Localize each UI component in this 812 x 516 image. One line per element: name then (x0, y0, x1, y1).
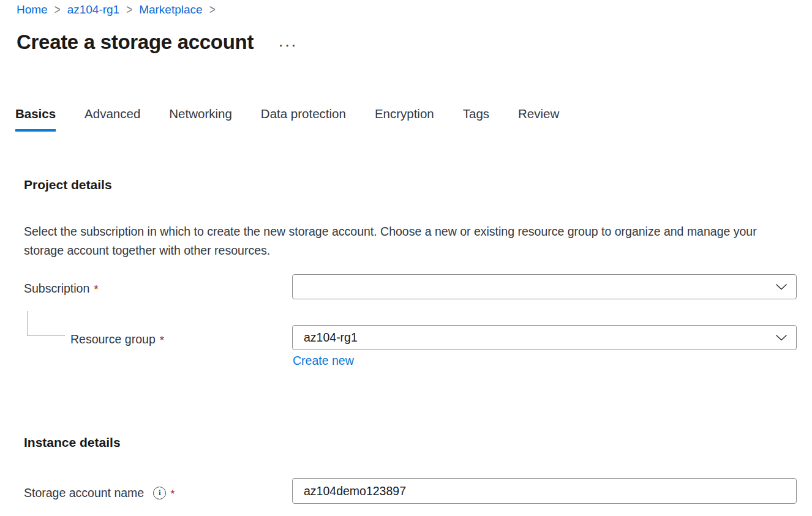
chevron-down-icon (775, 334, 788, 342)
required-asterisk: * (170, 485, 175, 501)
resource-group-value: az104-rg1 (304, 331, 775, 345)
resource-group-dropdown[interactable]: az104-rg1 (292, 325, 797, 350)
subscription-label: Subscription * (24, 280, 99, 296)
instance-details-heading: Instance details (24, 435, 121, 450)
breadcrumb-resource-group-link[interactable]: az104-rg1 (67, 3, 120, 17)
create-storage-account-page: Home > az104-rg1 > Marketplace > Create … (0, 0, 812, 516)
title-row: Create a storage account ··· (17, 31, 298, 54)
child-field-connector-line (27, 311, 65, 336)
project-details-heading: Project details (24, 178, 112, 192)
tab-review[interactable]: Review (518, 107, 559, 132)
required-asterisk: * (94, 280, 98, 296)
more-options-button[interactable]: ··· (279, 40, 298, 51)
subscription-label-text: Subscription (24, 282, 89, 296)
storage-account-name-label: Storage account name i * (24, 485, 175, 501)
breadcrumb-chevron-icon: > (209, 2, 216, 18)
breadcrumb-chevron-icon: > (55, 2, 61, 18)
page-title: Create a storage account (17, 31, 254, 54)
wizard-tabbar: Basics Advanced Networking Data protecti… (15, 107, 559, 132)
storage-account-name-input[interactable] (292, 478, 797, 504)
tab-encryption[interactable]: Encryption (375, 107, 434, 132)
tab-networking[interactable]: Networking (169, 107, 232, 132)
breadcrumb-home-link[interactable]: Home (17, 3, 48, 17)
chevron-down-icon (775, 283, 788, 291)
tab-tags[interactable]: Tags (463, 107, 489, 132)
info-icon[interactable]: i (153, 487, 166, 499)
tab-data-protection[interactable]: Data protection (261, 107, 346, 132)
subscription-dropdown[interactable] (292, 274, 797, 299)
required-asterisk: * (160, 331, 164, 347)
resource-group-label: Resource group * (70, 331, 164, 347)
tab-advanced[interactable]: Advanced (85, 107, 140, 132)
breadcrumb: Home > az104-rg1 > Marketplace > (17, 3, 222, 17)
create-new-resource-group-link[interactable]: Create new (293, 354, 354, 368)
tab-basics[interactable]: Basics (15, 107, 56, 132)
resource-group-label-text: Resource group (70, 332, 156, 346)
breadcrumb-marketplace-link[interactable]: Marketplace (139, 3, 203, 17)
storage-account-name-label-text: Storage account name (24, 486, 144, 500)
breadcrumb-chevron-icon: > (126, 2, 132, 18)
project-details-description: Select the subscription in which to crea… (24, 222, 792, 260)
